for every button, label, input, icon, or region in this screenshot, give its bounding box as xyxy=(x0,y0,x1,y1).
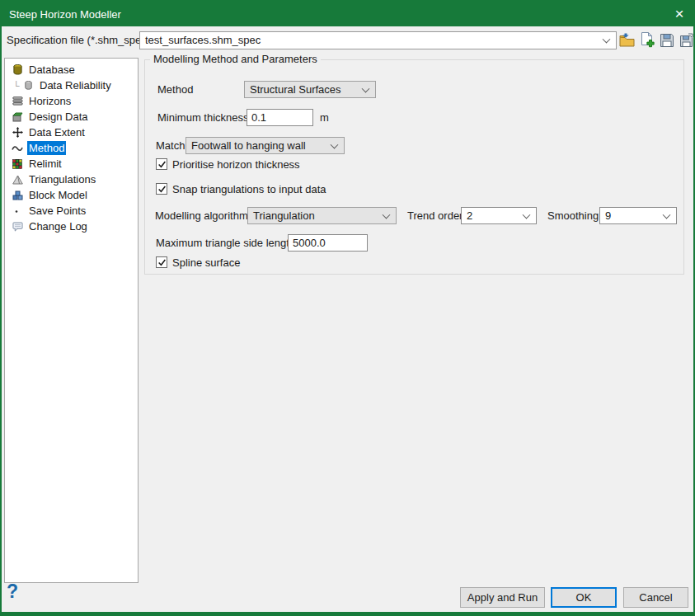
data-extent-icon xyxy=(11,127,24,139)
max-side-row: Maximum triangle side length xyxy=(145,234,683,252)
chevron-down-icon xyxy=(663,210,671,219)
spec-file-combobox[interactable]: test_surfaces.shm_spec xyxy=(139,31,617,49)
tree-connector: └ xyxy=(13,81,21,91)
spec-toolbar xyxy=(619,32,694,48)
trend-order-select[interactable]: 2 xyxy=(461,207,537,224)
sidebar-item-relimit[interactable]: Relimit xyxy=(5,156,138,172)
sidebar-item-triangulations[interactable]: Triangulations xyxy=(5,172,138,187)
change-log-icon xyxy=(11,221,24,233)
help-icon[interactable]: ? xyxy=(7,581,18,603)
min-thickness-label: Minimum thickness xyxy=(157,109,249,126)
min-thickness-unit: m xyxy=(320,109,329,126)
algorithm-row: Modelling algorithm Triangulation Trend … xyxy=(145,207,683,224)
spline-label: Spline surface xyxy=(172,254,240,271)
sidebar-item-label: Block Model xyxy=(27,188,89,202)
min-thickness-input[interactable] xyxy=(247,109,313,126)
close-icon[interactable]: × xyxy=(665,2,693,26)
sidebar-item-label: Triangulations xyxy=(27,172,97,186)
chevron-down-icon xyxy=(383,210,391,219)
new-spec-icon[interactable] xyxy=(639,32,655,48)
save-spec-icon[interactable] xyxy=(659,32,674,48)
sidebar-item-label: Data Extent xyxy=(27,125,87,139)
save-spec-as-icon[interactable] xyxy=(679,32,694,48)
snap-label: Snap triangulations to input data xyxy=(172,181,326,198)
smoothing-select[interactable]: 9 xyxy=(599,207,677,224)
snap-checkbox[interactable] xyxy=(156,183,167,195)
match-select[interactable]: Footwall to hanging wall xyxy=(185,137,345,154)
prioritise-row: Prioritise horizon thickness xyxy=(145,156,683,173)
group-title: Modelling Method and Parameters xyxy=(150,53,321,65)
sidebar-item-data-extent[interactable]: Data Extent xyxy=(5,125,138,140)
sidebar-item-change-log[interactable]: Change Log xyxy=(5,219,138,234)
sidebar-item-block-model[interactable]: Block Model xyxy=(5,187,138,203)
block-model-icon xyxy=(11,190,24,201)
sidebar-item-horizons[interactable]: Horizons xyxy=(5,93,138,109)
chevron-down-icon xyxy=(523,210,531,219)
algorithm-select[interactable]: Triangulation xyxy=(247,207,397,224)
window-title: Steep Horizon Modeller xyxy=(9,8,121,21)
triangulations-icon xyxy=(11,174,24,186)
method-select[interactable]: Structural Surfaces xyxy=(244,81,376,98)
sidebar-item-database[interactable]: Database xyxy=(5,62,138,78)
relimit-icon xyxy=(11,158,24,170)
method-icon xyxy=(11,143,24,154)
sidebar-item-label: Save Points xyxy=(27,204,87,218)
chevron-down-icon xyxy=(331,140,339,148)
prioritise-checkbox[interactable] xyxy=(156,158,167,170)
trend-order-label: Trend order xyxy=(407,207,463,224)
sidebar-item-label: Method xyxy=(27,141,66,155)
spec-file-label: Specification file (*.shm_spec) xyxy=(7,31,150,49)
titlebar[interactable]: Steep Horizon Modeller × xyxy=(2,2,693,26)
sidebar-item-label: Change Log xyxy=(27,219,89,233)
sidebar-item-label: Database xyxy=(27,63,77,77)
sidebar-item-label: Horizons xyxy=(27,94,73,108)
cancel-button[interactable]: Cancel xyxy=(623,587,688,608)
chevron-down-icon xyxy=(603,35,611,44)
dialog-body: Specification file (*.shm_spec) test_sur… xyxy=(2,26,693,612)
sidebar-item-label: Relimit xyxy=(27,157,63,171)
modelling-parameters-group: Modelling Method and Parameters Method S… xyxy=(144,59,684,275)
spline-checkbox[interactable] xyxy=(156,256,167,268)
match-label: Match xyxy=(156,137,185,154)
spec-file-value: test_surfaces.shm_spec xyxy=(145,32,261,49)
chevron-down-icon xyxy=(362,84,370,92)
method-row: Method Structural Surfaces xyxy=(145,81,683,98)
smoothing-label: Smoothing xyxy=(547,207,599,224)
sidebar-item-label: Design Data xyxy=(27,110,90,124)
sidebar-item-save-points[interactable]: Save Points xyxy=(5,203,138,219)
sidebar-item-design-data[interactable]: Design Data xyxy=(5,109,138,125)
sidebar-item-data-reliability[interactable]: └Data Reliability xyxy=(5,78,138,93)
match-row: Match Footwall to hanging wall xyxy=(145,137,683,154)
algorithm-label: Modelling algorithm xyxy=(155,207,248,224)
save-points-icon xyxy=(11,205,24,217)
database-icon xyxy=(11,64,24,76)
spline-row: Spline surface xyxy=(145,254,683,271)
ok-button[interactable]: OK xyxy=(551,587,617,608)
database-small-icon xyxy=(21,80,35,92)
snap-row: Snap triangulations to input data xyxy=(145,181,683,198)
min-thickness-row: Minimum thickness m xyxy=(145,109,683,126)
max-side-label: Maximum triangle side length xyxy=(156,234,295,252)
steep-horizon-modeller-dialog: Steep Horizon Modeller × Specification f… xyxy=(0,0,695,616)
horizons-icon xyxy=(11,96,24,107)
design-data-icon xyxy=(11,111,24,123)
max-side-input[interactable] xyxy=(288,234,368,252)
sidebar-item-method[interactable]: Method xyxy=(5,140,138,156)
open-folder-icon[interactable] xyxy=(619,32,635,48)
prioritise-label: Prioritise horizon thickness xyxy=(172,156,300,173)
apply-and-run-button[interactable]: Apply and Run xyxy=(460,587,545,608)
sidebar-item-label: Data Reliability xyxy=(38,78,113,92)
method-label: Method xyxy=(157,81,193,98)
navigation-tree: Database└Data ReliabilityHorizonsDesign … xyxy=(4,58,139,583)
